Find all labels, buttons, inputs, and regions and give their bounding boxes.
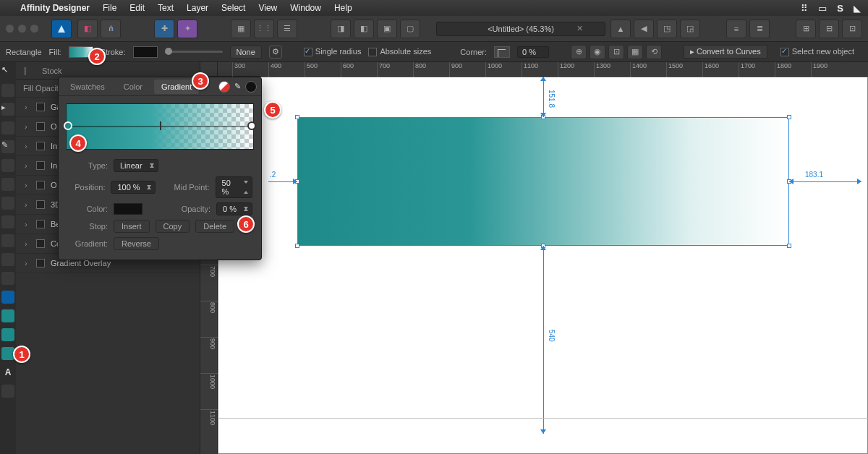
cycle-select-icon[interactable]: ⊡	[608, 45, 624, 59]
transform-origin-icon[interactable]: ⊕	[571, 45, 587, 59]
gradient-stop-start[interactable]	[64, 121, 72, 130]
none-fill-icon[interactable]	[218, 81, 230, 93]
dim-arrow	[293, 179, 297, 184]
transparency-tool-icon[interactable]	[1, 215, 14, 228]
add-layer-icon[interactable]: ✚	[154, 20, 174, 38]
s-icon[interactable]: S	[837, 3, 843, 14]
arrange-backward-icon[interactable]: ▢	[400, 20, 420, 38]
spacing-icon[interactable]: ⊟	[819, 20, 839, 38]
resize-handle[interactable]	[787, 115, 791, 119]
persona-designer-icon[interactable]: ◧	[77, 20, 98, 38]
stroke-swatch[interactable]	[133, 46, 158, 58]
swatches-tab[interactable]: Swatches	[63, 80, 112, 94]
corner-label: Corner:	[460, 48, 487, 56]
flip-h-icon[interactable]: ▲	[610, 20, 631, 38]
stop-color-swatch[interactable]	[114, 203, 142, 215]
copy-stop-button[interactable]: Copy	[156, 220, 190, 233]
dropbox-icon[interactable]: ⠿	[801, 3, 808, 14]
text-tool-icon[interactable]: A	[1, 366, 14, 379]
midpoint-input[interactable]: 50 %	[216, 176, 252, 198]
magic-icon[interactable]: ✦	[177, 20, 197, 38]
position-input[interactable]: 100 %	[111, 181, 156, 194]
opacity-input[interactable]: 0 %	[216, 202, 252, 215]
corner-value-input[interactable]: 0 %	[517, 46, 549, 58]
snap-icon[interactable]: ▦	[231, 20, 251, 38]
fill-label: Fill:	[49, 48, 61, 56]
app-name[interactable]: Affinity Designer	[20, 3, 90, 13]
stroke-settings-icon[interactable]: ⚙	[269, 46, 282, 59]
delete-stop-button[interactable]: Delete	[195, 220, 234, 233]
insert-stop-button[interactable]: Insert	[114, 220, 150, 233]
callout-2: 2	[88, 48, 106, 65]
window-traffic-lights[interactable]	[6, 25, 38, 33]
resize-handle[interactable]	[295, 244, 299, 248]
alignment-widget-icon[interactable]: ▦	[627, 45, 643, 59]
gradient-preview[interactable]	[66, 103, 254, 150]
artboard-tool-icon[interactable]	[1, 84, 14, 97]
single-radius-checkbox[interactable]	[304, 48, 312, 56]
menu-help[interactable]: Help	[334, 3, 352, 13]
shape1-tool-icon[interactable]	[1, 234, 14, 247]
midpoint-label: Mid Point:	[167, 183, 209, 192]
bookmark-icon[interactable]: ◣	[854, 3, 861, 14]
corner-tool-icon[interactable]	[1, 121, 14, 134]
eyedropper-icon[interactable]: ✎	[234, 82, 241, 91]
menu-file[interactable]: File	[103, 3, 116, 13]
gradient-type-select[interactable]: Linear	[114, 159, 158, 172]
arrange-forward-icon[interactable]: ▣	[377, 20, 397, 38]
node-tool-icon[interactable]: ▸	[1, 103, 14, 116]
rounded-rect-tool-icon[interactable]	[1, 328, 14, 341]
stroke-width-slider[interactable]	[165, 51, 223, 53]
grid-icon[interactable]: ⋮⋮	[254, 20, 274, 38]
convert-to-curves-button[interactable]: ▸ Convert to Curves	[684, 45, 767, 59]
frame-text-tool-icon[interactable]	[1, 385, 14, 398]
arrange-back-icon[interactable]: ◧	[354, 20, 374, 38]
arrange-front-icon[interactable]: ◨	[331, 20, 351, 38]
rotate-cw-icon[interactable]: ◳	[657, 20, 677, 38]
reverse-gradient-button[interactable]: Reverse	[114, 237, 159, 250]
brush-tool-icon[interactable]	[1, 178, 14, 191]
color-tab[interactable]: Color	[116, 80, 150, 94]
persona-pixel-icon[interactable]: ⋔	[101, 20, 121, 38]
rotation-icon[interactable]: ⟲	[646, 45, 662, 59]
ellipse-tool-icon[interactable]	[1, 309, 14, 322]
app-icon[interactable]	[51, 20, 72, 38]
display-icon[interactable]: ▭	[818, 3, 827, 14]
fill-tool-icon[interactable]	[1, 197, 14, 210]
menu-edit[interactable]: Edit	[129, 3, 145, 13]
flip-v-icon[interactable]: ◀	[634, 20, 654, 38]
dim-arrow	[540, 113, 546, 117]
shape2-tool-icon[interactable]	[1, 253, 14, 266]
stroke-style-select[interactable]: None	[230, 46, 262, 59]
pencil-tool-icon[interactable]	[1, 159, 14, 172]
rectangle-tool-icon[interactable]	[1, 291, 14, 304]
align-center-icon[interactable]: ≣	[749, 20, 770, 38]
gradient-stop-end[interactable]	[247, 121, 256, 130]
stock-tab[interactable]: Stock	[35, 67, 69, 75]
show-selection-icon[interactable]: ◉	[590, 45, 605, 59]
gradient-midpoint-handle[interactable]	[160, 121, 161, 130]
resize-handle[interactable]	[787, 244, 791, 248]
menu-layer[interactable]: Layer	[187, 3, 208, 13]
select-new-object-checkbox[interactable]	[780, 48, 789, 56]
align-left-icon[interactable]: ≡	[726, 20, 746, 38]
guides-icon[interactable]: ☰	[277, 20, 297, 38]
menu-window[interactable]: Window	[290, 3, 321, 13]
dim-arrow	[540, 77, 546, 81]
menu-text[interactable]: Text	[158, 3, 174, 13]
distribute-icon[interactable]: ⊞	[796, 20, 816, 38]
selected-rectangle[interactable]	[297, 117, 789, 246]
rotate-ccw-icon[interactable]: ◲	[680, 20, 700, 38]
resize-handle[interactable]	[295, 115, 299, 119]
corner-type-select[interactable]	[494, 46, 510, 58]
more-icon[interactable]: ⊡	[842, 20, 862, 38]
menu-view[interactable]: View	[258, 3, 277, 13]
absolute-sizes-checkbox[interactable]	[368, 48, 377, 56]
current-color-icon[interactable]	[245, 81, 257, 93]
menu-select[interactable]: Select	[221, 3, 245, 13]
move-tool-icon[interactable]: ↖	[1, 65, 14, 78]
crop-tool-icon[interactable]	[1, 272, 14, 285]
dim-arrow	[857, 179, 861, 184]
canvas[interactable]: 151.8 540 183.1 .2	[218, 77, 868, 454]
pen-tool-icon[interactable]: ✎	[1, 140, 14, 153]
